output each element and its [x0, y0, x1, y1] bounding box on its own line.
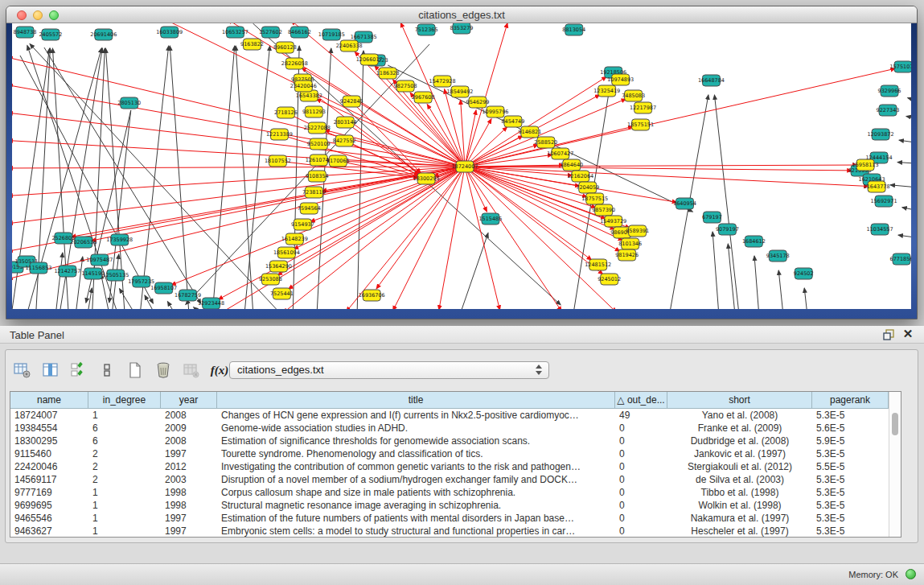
graph-node-yellow[interactable]: 8960128 [273, 42, 297, 53]
graph-node-teal[interactable]: 20691406 [90, 29, 117, 40]
graph-node-teal[interactable]: 9079197 [716, 224, 739, 235]
graph-node-yellow[interactable]: 18561094 [273, 247, 300, 258]
scrollbar-thumb[interactable] [892, 413, 898, 435]
graph-node-yellow[interactable]: 9154937 [291, 219, 314, 230]
graph-node-yellow[interactable]: 12213389 [266, 129, 293, 140]
function-builder-icon[interactable]: f(x) [209, 360, 230, 381]
graph-node-yellow[interactable]: 12481512 [585, 259, 611, 270]
graph-node-teal[interactable]: 8353279 [450, 23, 474, 34]
graph-node-teal[interactable]: 12142757 [54, 266, 80, 277]
graph-node-teal[interactable]: 1527602 [259, 27, 282, 38]
graph-node-teal[interactable]: 8948738 [14, 27, 37, 38]
graph-node-teal[interactable]: 1684612 [742, 236, 766, 247]
graph-node-teal[interactable]: 6771856 [890, 253, 911, 265]
graph-node-yellow[interactable]: 7238119 [302, 187, 326, 198]
graph-node-yellow[interactable]: 10974893 [607, 74, 634, 85]
graph-node-yellow[interactable]: 9546299 [466, 97, 490, 108]
table-row[interactable]: 2242004622012Investigating the contribut… [10, 460, 901, 473]
graph-node-yellow[interactable]: 12162064 [567, 171, 593, 182]
float-panel-icon[interactable] [882, 328, 895, 341]
graph-node-yellow[interactable]: 7525441 [270, 288, 294, 299]
graph-node-teal[interactable]: 15692971 [871, 196, 897, 207]
column-header-title[interactable]: title [217, 392, 615, 409]
graph-node-yellow[interactable]: 9827508 [394, 80, 417, 92]
graph-node-teal[interactable]: 15751074 [890, 61, 911, 72]
delete-table-icon[interactable] [181, 360, 202, 381]
graph-node-yellow[interactable]: 10607427 [547, 148, 573, 159]
graph-node-yellow[interactable]: 9108354 [306, 171, 329, 182]
graph-node-yellow[interactable]: 7485083 [622, 90, 645, 101]
table-row[interactable]: 969969511998Structural magnetic resonanc… [10, 499, 901, 512]
column-header-short[interactable]: short [667, 392, 812, 409]
graph-node-teal[interactable]: 2805130 [117, 97, 141, 109]
graph-node-teal[interactable]: 679197 [702, 212, 722, 223]
graph-node-teal[interactable]: 20206536 [70, 237, 97, 248]
table-options-icon[interactable] [12, 360, 33, 381]
graph-node-yellow[interactable]: 10995796 [482, 106, 508, 117]
table-row[interactable]: 1938455462009Genome-wide association stu… [10, 422, 901, 435]
graph-node-yellow[interactable]: 9242845 [340, 96, 363, 107]
graph-node-teal[interactable]: 8813054 [562, 24, 585, 35]
graph-node-yellow[interactable]: 9819426 [615, 249, 639, 261]
window-titlebar[interactable]: citations_edges.txt [6, 6, 917, 23]
graph-node-yellow[interactable]: 12325419 [593, 85, 620, 97]
graph-node-teal[interactable]: 2405572 [39, 29, 62, 40]
graph-node-yellow[interactable]: 2718126 [274, 107, 298, 118]
memory-status-icon[interactable] [906, 569, 916, 579]
table-selector-dropdown[interactable]: citations_edges.txt [229, 361, 549, 379]
graph-node-teal[interactable]: 10719185 [318, 29, 345, 40]
graph-node-teal[interactable]: 7512365 [415, 24, 438, 35]
graph-node-yellow[interactable]: 2803144 [334, 117, 357, 128]
graph-node-yellow[interactable]: 9163822 [240, 39, 264, 50]
table-row[interactable]: 946362711997Embryonic stem cells: a mode… [10, 525, 901, 538]
graph-node-yellow[interactable]: 1186328 [376, 68, 400, 79]
network-canvas[interactable]: 8948738240557220691406160338091065325715… [12, 23, 911, 309]
graph-node-yellow[interactable]: 1864640 [560, 159, 583, 171]
column-header-out_de[interactable]: △ out_de... [615, 392, 667, 409]
graph-node-yellow[interactable]: 8101346 [618, 238, 642, 249]
graph-node-teal[interactable]: 12093872 [868, 129, 894, 140]
graph-node-yellow[interactable]: 7204059 [576, 182, 599, 193]
graph-node-yellow[interactable]: 22406338 [336, 40, 363, 51]
graph-node-yellow[interactable]: 12217987 [630, 102, 656, 113]
graph-node-yellow[interactable]: 16936706 [359, 290, 385, 301]
graph-node-yellow[interactable]: 9253088 [259, 274, 282, 285]
graph-node-teal[interactable]: 924502 [794, 268, 814, 279]
graph-node-yellow[interactable]: 8427552 [333, 135, 356, 146]
graph-node-teal[interactable]: 12923448 [198, 298, 224, 309]
graph-node-teal[interactable]: 11156853 [25, 262, 51, 274]
graph-node-yellow[interactable]: 9146821 [518, 126, 541, 138]
graph-node-teal[interactable]: 16033809 [156, 27, 183, 38]
table-row[interactable]: 1872400712008Changes of HCN gene express… [10, 409, 901, 422]
close-panel-icon[interactable]: ✕ [901, 327, 914, 341]
graph-node-teal[interactable]: 1515485 [479, 213, 503, 225]
graph-node-yellow[interactable]: 8454749 [501, 116, 524, 127]
table-row[interactable]: 1830029562008Estimation of significance … [10, 435, 901, 447]
table-row[interactable]: 1456911722003Disruption of a novel membe… [10, 473, 901, 486]
graph-node-yellow[interactable]: 28226058 [281, 58, 308, 69]
table-row[interactable]: 946554611997Estimation of the future num… [10, 512, 901, 525]
graph-node-teal[interactable]: 17359928 [106, 234, 133, 245]
row-height-icon[interactable] [97, 360, 117, 381]
graph-node-teal[interactable]: 8466162 [288, 27, 311, 38]
graph-node-yellow[interactable]: 7594564 [298, 203, 321, 214]
table-row[interactable]: 911546021997Tourette syndrome. Phenomeno… [10, 447, 901, 460]
graph-node-yellow[interactable]: 8589391 [626, 225, 649, 237]
graph-node-teal[interactable]: 11034557 [867, 224, 893, 235]
graph-node-yellow[interactable]: 9520109 [307, 138, 331, 150]
graph-node-yellow[interactable]: 1170065 [326, 155, 350, 167]
table-row[interactable]: 977716911998Corpus callosum shape and si… [10, 486, 901, 499]
graph-node-yellow[interactable]: 11643778 [864, 181, 890, 192]
column-header-name[interactable]: name [10, 392, 88, 409]
graph-node-yellow[interactable]: 9811293 [302, 106, 326, 117]
select-rows-icon[interactable] [68, 360, 89, 381]
new-column-icon[interactable] [125, 360, 146, 381]
graph-node-yellow[interactable]: 9857390 [592, 204, 615, 216]
graph-node-yellow[interactable]: 18107552 [265, 155, 291, 167]
graph-node-teal[interactable]: 1145190 [81, 268, 105, 279]
column-header-year[interactable]: year [161, 392, 217, 409]
graph-node-teal[interactable]: 1640954 [673, 198, 696, 209]
graph-node-yellow[interactable]: 2967608 [412, 92, 435, 103]
graph-node-yellow[interactable]: 15472928 [429, 76, 456, 87]
column-header-pagerank[interactable]: pagerank [812, 392, 889, 409]
